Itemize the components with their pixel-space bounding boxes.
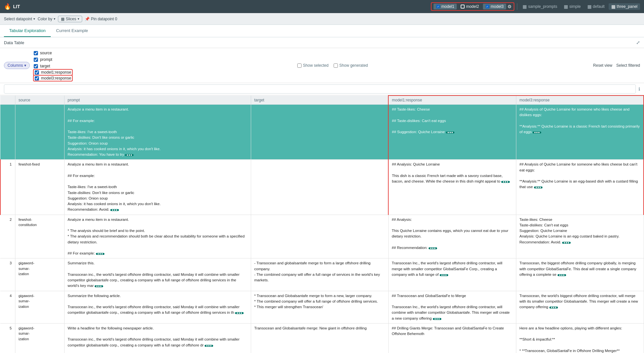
model1-button[interactable]: model1 bbox=[433, 4, 457, 9]
table-row[interactable]: 1 fewshot-fixed Analyze a menu item in a… bbox=[0, 160, 644, 215]
layout-default-label: default bbox=[593, 4, 605, 9]
table-row[interactable]: Analyze a menu item in a restaurant.## F… bbox=[0, 105, 644, 160]
expand-dots-4[interactable] bbox=[235, 312, 244, 314]
expand-dots-m3-2[interactable] bbox=[562, 242, 571, 244]
expand-dots-m1-3[interactable] bbox=[440, 274, 448, 276]
row-source-4: gigaword-sumar-ization bbox=[15, 291, 64, 323]
model-settings-button[interactable]: ⚙ bbox=[507, 4, 512, 9]
expand-dots-m3-0[interactable] bbox=[533, 132, 541, 133]
col-model1-checkbox[interactable] bbox=[35, 70, 39, 75]
expand-dots-m3-4[interactable] bbox=[549, 307, 558, 309]
select-filtered-button[interactable]: Select filtered bbox=[616, 63, 640, 68]
row-model1-3: Transocean Inc., the world's largest off… bbox=[388, 258, 516, 291]
expand-icon[interactable]: ⤢ bbox=[636, 40, 640, 45]
row-source-1: fewshot-fixed bbox=[15, 160, 64, 215]
expand-dots-3[interactable] bbox=[95, 285, 103, 287]
row-model3-3: Transocean, the biggest offshore drillin… bbox=[516, 258, 644, 291]
expand-dots-m3-3[interactable] bbox=[558, 274, 566, 276]
layout-three-panel-label: three_panel bbox=[617, 4, 637, 9]
expand-dots-5[interactable] bbox=[205, 345, 213, 347]
layout-icon-4: ▦ bbox=[611, 4, 616, 9]
table-row[interactable]: 5 gigaword-sumar-ization Write a headlin… bbox=[0, 323, 644, 353]
columns-label: Columns bbox=[8, 63, 23, 68]
layout-three-panel-button[interactable]: ▦ three_panel bbox=[609, 3, 640, 10]
table-row[interactable]: 3 gigaword-sumar-ization Summarize this.… bbox=[0, 258, 644, 291]
second-bar: Select datapoint ▾ Color by ▾ ▦ Slices ▾… bbox=[0, 13, 644, 25]
row-source-2: fewshot-constitution bbox=[15, 215, 64, 258]
pin-datapoint-label: Pin datapoint 0 bbox=[91, 17, 117, 21]
show-generated-label[interactable]: Show generated bbox=[334, 63, 368, 68]
col-source-checkbox[interactable] bbox=[34, 51, 38, 55]
table-row[interactable]: 2 fewshot-constitution Analyze a menu it… bbox=[0, 215, 644, 258]
col-model3-checkbox[interactable] bbox=[35, 76, 39, 80]
info-icon[interactable]: ℹ bbox=[638, 86, 640, 92]
col-header-model3: model3:response bbox=[516, 96, 644, 105]
row-source-3: gigaword-sumar-ization bbox=[15, 258, 64, 291]
row-target-4: * Transocean and Globalsantafe merge to … bbox=[251, 291, 388, 323]
row-source-5: gigaword-sumar-ization bbox=[15, 323, 64, 353]
color-by-chevron: ▾ bbox=[54, 17, 55, 21]
row-model1-5: ## Drilling Giants Merge: Transocean and… bbox=[388, 323, 516, 353]
col-target-label: target bbox=[40, 64, 50, 68]
col-source-item: source bbox=[34, 50, 72, 56]
model3-button[interactable]: model3 bbox=[483, 4, 506, 9]
flame-icon: 🔥 bbox=[4, 3, 11, 10]
expand-dots-m1-1[interactable] bbox=[501, 181, 510, 183]
row-target-1 bbox=[251, 160, 388, 215]
row-source-0 bbox=[15, 105, 64, 160]
row-model3-0: ## Analysis of Quiche Lorraine for someo… bbox=[516, 105, 644, 160]
top-bar: 🔥 LIT model1 model2 model3 ⚙ ▦ sample_pr… bbox=[0, 0, 644, 13]
reset-view-button[interactable]: Reset view bbox=[593, 63, 613, 68]
app-logo: 🔥 LIT bbox=[4, 3, 20, 10]
row-prompt-3: Summarize this.Transocean inc., the worl… bbox=[64, 258, 251, 291]
select-datapoint-label: Select datapoint bbox=[4, 17, 32, 21]
show-generated-checkbox[interactable] bbox=[334, 63, 338, 68]
row-num-1: 1 bbox=[0, 160, 15, 215]
model2-button[interactable]: model2 bbox=[458, 4, 481, 9]
col-model1-label: model1:response bbox=[41, 70, 71, 75]
row-prompt-0: Analyze a menu item in a restaurant.## F… bbox=[64, 105, 251, 160]
expand-dots-m1-2[interactable] bbox=[429, 247, 437, 249]
model2-label: model2 bbox=[466, 4, 479, 9]
show-selected-label[interactable]: Show selected bbox=[297, 63, 328, 68]
expand-dots-m1-4[interactable] bbox=[433, 318, 441, 320]
show-controls: Show selected Show generated bbox=[297, 63, 368, 68]
row-model3-4: Transocean, the world's biggest offshore… bbox=[516, 291, 644, 323]
tab-tabular-exploration[interactable]: Tabular Exploration bbox=[4, 25, 51, 37]
layout-simple-button[interactable]: ▦ simple bbox=[561, 3, 583, 10]
layout-default-button[interactable]: ▦ default bbox=[585, 3, 607, 10]
col-model3-label: model3:response bbox=[41, 76, 71, 80]
columns-dropdown-button[interactable]: Columns ▾ bbox=[4, 62, 30, 69]
slices-button[interactable]: ▦ Slices ▾ bbox=[58, 16, 82, 22]
layout-sample-prompts-button[interactable]: ▦ sample_prompts bbox=[520, 3, 560, 10]
layout-group: ▦ sample_prompts ▦ simple ▦ default ▦ th… bbox=[520, 3, 640, 10]
row-target-2 bbox=[251, 215, 388, 258]
col-prompt-checkbox[interactable] bbox=[34, 58, 38, 62]
app-name: LIT bbox=[13, 4, 20, 9]
expand-dots-m3-1[interactable] bbox=[534, 186, 543, 188]
table-row[interactable]: 4 gigaword-sumar-ization Summarize the f… bbox=[0, 291, 644, 323]
expand-dots-0[interactable] bbox=[125, 154, 134, 156]
pin-datapoint-button[interactable]: 📌 Pin datapoint 0 bbox=[85, 17, 117, 21]
expand-dots-2[interactable] bbox=[96, 253, 104, 255]
search-input[interactable] bbox=[4, 84, 636, 94]
expand-dots-1[interactable] bbox=[110, 209, 119, 211]
pin-icon: 📌 bbox=[85, 17, 90, 21]
panel-header: Data Table ⤢ bbox=[0, 37, 644, 48]
expand-dots-m1-0[interactable] bbox=[446, 132, 454, 133]
col-header-target: target bbox=[251, 96, 388, 105]
row-prompt-5: Write a headline for the following newsp… bbox=[64, 323, 251, 353]
select-datapoint-button[interactable]: Select datapoint ▾ bbox=[4, 17, 35, 21]
col-header-source: source bbox=[15, 96, 64, 105]
color-by-button[interactable]: Color by ▾ bbox=[38, 17, 55, 21]
row-target-0 bbox=[251, 105, 388, 160]
columns-chevron: ▾ bbox=[24, 63, 26, 68]
show-selected-checkbox[interactable] bbox=[297, 63, 302, 68]
col-source-label: source bbox=[40, 51, 52, 55]
row-model1-4: ## Transocean and GlobalSantaFe to Merge… bbox=[388, 291, 516, 323]
col-target-checkbox[interactable] bbox=[34, 64, 38, 68]
model1-checkbox bbox=[436, 5, 440, 9]
tab-current-example[interactable]: Current Example bbox=[51, 25, 93, 37]
model2-checkbox bbox=[461, 5, 465, 9]
main-content: Data Table ⤢ Columns ▾ source prompt bbox=[0, 37, 644, 353]
